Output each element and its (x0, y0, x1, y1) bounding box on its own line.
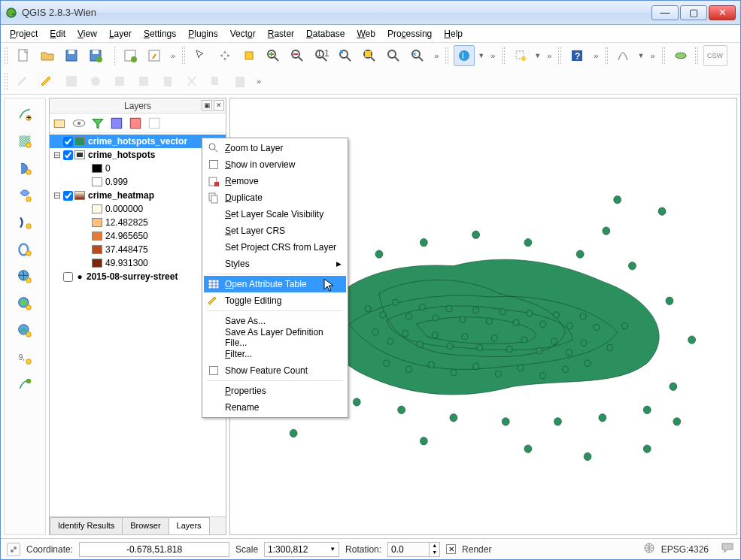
add-wcs-icon[interactable] (14, 292, 36, 315)
menu-settings[interactable]: Settings (138, 26, 182, 41)
zoom-in-icon[interactable] (263, 45, 284, 66)
collapse-all-icon[interactable] (127, 115, 144, 132)
toolbar-overflow[interactable]: » (168, 51, 178, 60)
toolbar-grip[interactable] (4, 47, 8, 65)
zoom-last-icon[interactable] (407, 45, 428, 66)
render-checkbox[interactable]: ✕ (446, 544, 456, 554)
maximize-button[interactable]: ▢ (680, 5, 707, 20)
layer-visibility-checkbox[interactable] (63, 272, 73, 282)
toggle-editing-icon[interactable] (37, 71, 58, 92)
layer-crime-heatmap[interactable]: ⊟ crime_heatmap (50, 189, 226, 202)
cut-icon[interactable] (181, 71, 202, 92)
new-project-icon[interactable] (13, 45, 34, 66)
save-as-project-icon[interactable] (85, 45, 106, 66)
ctx-show-in-overview[interactable]: Show in overview (204, 156, 346, 173)
layer-surrey-street[interactable]: ● 2015-08-surrey-street (50, 270, 226, 283)
layer-visibility-checkbox[interactable] (63, 137, 73, 147)
menu-plugins[interactable]: Plugins (182, 26, 223, 41)
menu-layer[interactable]: Layer (103, 26, 138, 41)
copy-icon[interactable] (205, 71, 226, 92)
layer-visibility-checkbox[interactable] (63, 191, 73, 201)
ctx-toggle-editing[interactable]: Toggle Editing (204, 292, 346, 309)
paste-icon[interactable] (229, 71, 251, 92)
edits-icon[interactable] (13, 71, 34, 92)
scale-dropdown[interactable]: 1:300,812 ▼ (264, 542, 339, 557)
menu-processing[interactable]: Processing (381, 26, 438, 41)
toolbar-overflow[interactable]: » (254, 77, 264, 86)
toolbar-grip[interactable] (501, 47, 506, 65)
toggle-extents-icon[interactable] (7, 543, 20, 556)
toolbar-overflow[interactable]: » (591, 51, 601, 60)
coordinate-field[interactable]: -0.678,51.818 (79, 542, 229, 557)
layer-visibility-checkbox[interactable] (63, 150, 73, 160)
minimize-button[interactable]: — (651, 5, 679, 20)
close-button[interactable]: ✕ (709, 5, 736, 20)
toolbar-grip[interactable] (445, 47, 449, 65)
add-wfs-icon[interactable] (14, 319, 36, 342)
manage-visibility-icon[interactable] (71, 115, 87, 132)
ctx-rename[interactable]: Rename (204, 399, 346, 416)
delete-icon[interactable] (157, 71, 178, 92)
tab-identify-results[interactable]: Identify Results (50, 517, 123, 534)
toolbar-grip[interactable] (557, 47, 562, 65)
composer-manager-icon[interactable] (144, 45, 165, 66)
add-postgis-icon[interactable] (14, 157, 36, 180)
menu-database[interactable]: Database (300, 26, 351, 41)
undock-button[interactable]: ▣ (202, 100, 212, 110)
ctx-save-as-layerdef[interactable]: Save As Layer Definition File... (204, 329, 346, 346)
layer-crime-hotspots[interactable]: ⊟ crime_hotspots (50, 148, 226, 162)
select-icon[interactable] (510, 45, 531, 66)
open-project-icon[interactable] (37, 45, 58, 66)
zoom-out-icon[interactable] (287, 45, 308, 66)
toolbar-grip[interactable] (4, 72, 8, 90)
crs-label[interactable]: EPSG:4326 (661, 544, 709, 555)
remove-layer-icon[interactable] (146, 115, 162, 132)
menu-project[interactable]: Project (4, 26, 44, 41)
toolbar-grip[interactable] (604, 47, 609, 65)
add-csv-icon[interactable]: 9, (14, 347, 36, 369)
pan-icon[interactable] (214, 45, 235, 66)
toolbar-grip[interactable] (181, 47, 186, 65)
node-tool-icon[interactable] (133, 71, 154, 92)
layer-crime-hotspots-vector[interactable]: crime_hotspots_vector (50, 135, 226, 148)
spin-down[interactable]: ▼ (429, 549, 439, 556)
rotation-spinner[interactable]: 0.0 ▲▼ (387, 542, 440, 557)
move-feature-icon[interactable] (109, 71, 130, 92)
ctx-zoom-to-layer[interactable]: Zoom to Layer (204, 140, 346, 156)
add-group-icon[interactable] (52, 115, 68, 132)
toolbar-grip[interactable] (661, 47, 666, 65)
zoom-layer-icon[interactable] (383, 45, 404, 66)
menu-edit[interactable]: Edit (44, 26, 71, 41)
menu-help[interactable]: Help (438, 26, 469, 41)
python-icon[interactable] (670, 45, 691, 66)
messages-icon[interactable] (721, 541, 734, 557)
ctx-show-feature-count[interactable]: Show Feature Count (204, 362, 346, 379)
histogram-icon[interactable] (613, 45, 634, 66)
save-edits-icon[interactable] (61, 71, 82, 92)
ctx-duplicate[interactable]: Duplicate (204, 189, 346, 206)
ctx-set-project-crs[interactable]: Set Project CRS from Layer (204, 239, 346, 256)
zoom-selection-icon[interactable] (359, 45, 380, 66)
toolbar-overflow[interactable]: » (487, 51, 498, 60)
ctx-styles[interactable]: Styles▶ (204, 256, 346, 272)
menu-raster[interactable]: Raster (262, 26, 300, 41)
ctx-filter[interactable]: Filter... (204, 346, 346, 362)
save-project-icon[interactable] (61, 45, 82, 66)
menu-web[interactable]: Web (351, 26, 381, 41)
help-icon[interactable]: ? (566, 45, 588, 66)
toolbar-overflow[interactable]: » (544, 51, 554, 60)
pan-to-selection-icon[interactable] (238, 45, 260, 66)
close-panel-button[interactable]: ✕ (214, 100, 224, 110)
tab-browser[interactable]: Browser (122, 517, 169, 534)
add-feature-icon[interactable] (85, 71, 106, 92)
crs-icon[interactable] (643, 542, 655, 556)
identify-icon[interactable]: i (454, 45, 475, 66)
pan-cursor-icon[interactable] (190, 45, 211, 66)
toolbar-overflow[interactable]: » (647, 51, 657, 60)
menu-vector[interactable]: Vector (224, 26, 262, 41)
toolbar-grip[interactable] (694, 47, 699, 65)
zoom-full-icon[interactable] (335, 45, 356, 66)
add-raster-icon[interactable] (14, 130, 36, 153)
zoom-native-icon[interactable]: 1:1 (311, 45, 332, 66)
new-vector-icon[interactable] (14, 374, 36, 396)
